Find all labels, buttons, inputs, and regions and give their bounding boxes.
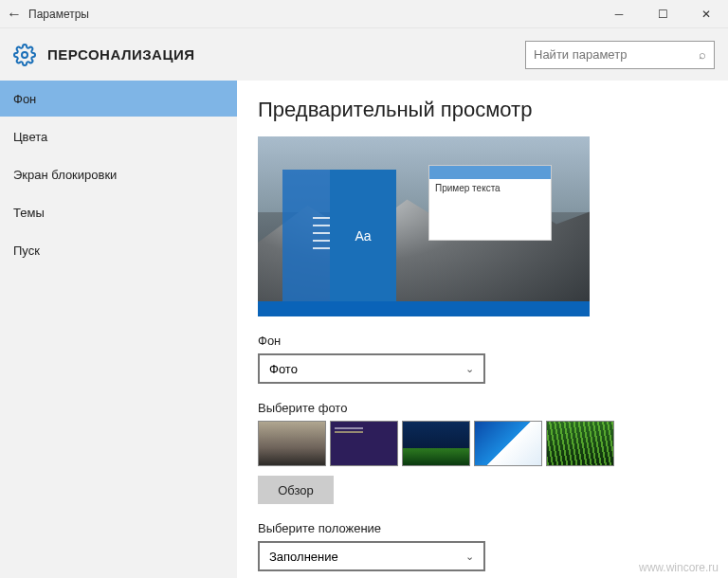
close-button[interactable]: ✕ — [684, 0, 728, 28]
chevron-down-icon: ⌄ — [465, 363, 474, 375]
desktop-preview: Aa Пример текста — [258, 136, 590, 316]
header: ПЕРСОНАЛИЗАЦИЯ ⌕ — [0, 28, 728, 81]
sidebar-item-label: Цвета — [13, 130, 47, 144]
maximize-button[interactable]: ☐ — [641, 0, 684, 28]
search-input[interactable] — [534, 47, 699, 62]
sidebar: Фон Цвета Экран блокировки Темы Пуск — [0, 81, 237, 578]
background-dropdown[interactable]: Фото ⌄ — [258, 353, 485, 384]
background-label: Фон — [258, 334, 707, 348]
sidebar-item-label: Фон — [13, 92, 36, 106]
svg-point-0 — [22, 52, 27, 58]
background-value: Фото — [269, 362, 298, 376]
fit-dropdown[interactable]: Заполнение ⌄ — [258, 541, 485, 571]
content: Предварительный просмотр Aa Пример текст… — [237, 81, 728, 578]
preview-window: Пример текста — [428, 165, 552, 241]
search-icon: ⌕ — [699, 47, 706, 62]
photo-thumbnails — [258, 421, 707, 466]
fit-label: Выберите положение — [258, 521, 707, 535]
photo-thumb-4[interactable] — [474, 421, 542, 466]
sidebar-item-colors[interactable]: Цвета — [0, 118, 237, 154]
photo-thumb-5[interactable] — [546, 421, 614, 466]
photo-thumb-3[interactable] — [402, 421, 470, 466]
page-title: ПЕРСОНАЛИЗАЦИЯ — [47, 46, 194, 63]
photo-thumb-1[interactable] — [258, 421, 326, 466]
watermark: www.wincore.ru — [639, 561, 719, 574]
choose-photo-label: Выберите фото — [258, 401, 707, 415]
preview-sample-text: Пример текста — [429, 179, 551, 197]
browse-button[interactable]: Обзор — [258, 476, 334, 504]
sidebar-item-label: Экран блокировки — [13, 168, 117, 182]
window-title: Параметры — [28, 8, 89, 21]
sidebar-item-start[interactable]: Пуск — [0, 232, 237, 268]
fit-value: Заполнение — [269, 550, 338, 564]
sidebar-item-label: Пуск — [13, 244, 40, 258]
minimize-button[interactable]: ─ — [597, 0, 641, 28]
sidebar-item-background[interactable]: Фон — [0, 81, 237, 117]
sidebar-item-label: Темы — [13, 206, 45, 220]
preview-tile-text: Aa — [330, 170, 396, 301]
back-button[interactable]: ← — [0, 6, 28, 23]
sidebar-item-themes[interactable]: Темы — [0, 194, 237, 230]
chevron-down-icon: ⌄ — [465, 551, 474, 563]
preview-heading: Предварительный просмотр — [258, 98, 707, 122]
sidebar-item-lockscreen[interactable]: Экран блокировки — [0, 156, 237, 192]
titlebar: ← Параметры ─ ☐ ✕ — [0, 0, 728, 28]
photo-thumb-2[interactable] — [330, 421, 398, 466]
search-box[interactable]: ⌕ — [525, 41, 715, 69]
gear-icon — [13, 44, 36, 66]
